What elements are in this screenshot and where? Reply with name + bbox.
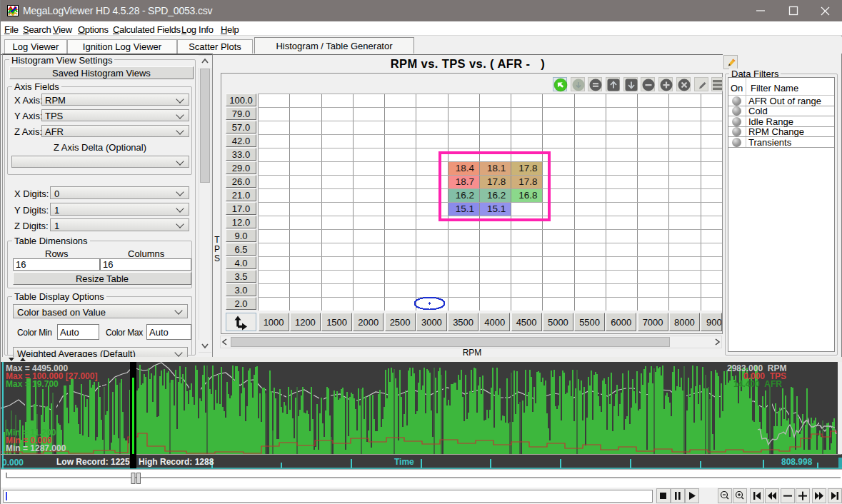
svg-text:16.2: 16.2 bbox=[456, 190, 474, 201]
svg-text:17.8: 17.8 bbox=[518, 163, 537, 173]
svg-text:18.4: 18.4 bbox=[456, 163, 475, 173]
svg-text:15.1: 15.1 bbox=[456, 203, 474, 214]
svg-text:18.1: 18.1 bbox=[487, 163, 506, 173]
svg-text:16.8: 16.8 bbox=[518, 190, 537, 201]
svg-text:16.2: 16.2 bbox=[487, 190, 506, 201]
svg-text:17.8: 17.8 bbox=[487, 176, 506, 187]
svg-text:17.8: 17.8 bbox=[518, 176, 537, 187]
svg-text:15.1: 15.1 bbox=[487, 203, 506, 214]
svg-text:18.7: 18.7 bbox=[456, 176, 474, 187]
